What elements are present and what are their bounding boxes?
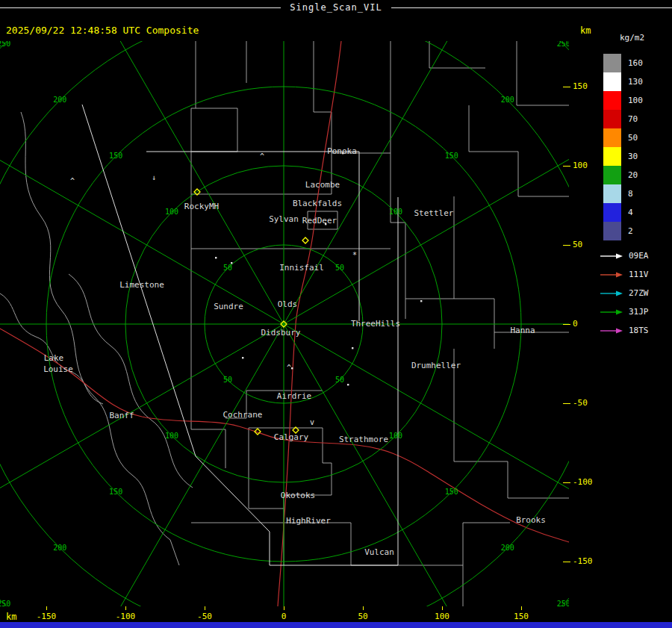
range-label: 250 — [0, 41, 10, 48]
county-boundary — [429, 41, 485, 68]
colorbar-swatch — [603, 166, 621, 184]
city-label: Didsbury — [261, 328, 301, 338]
county-boundary — [469, 105, 569, 196]
radar-app-window: Single_Scan_VIL 2025/09/22 12:48:58 UTC … — [0, 0, 672, 628]
city-label: Stettler — [414, 208, 454, 218]
city-label: Vulcan — [364, 547, 394, 557]
colorbar-value: 30 — [628, 152, 638, 161]
bottom-taskbar[interactable] — [0, 622, 672, 628]
range-label: 150 — [109, 152, 122, 160]
site-legend-row: 27ZW — [599, 284, 649, 302]
bottom-axis-tick — [442, 606, 443, 610]
range-label: 100 — [165, 432, 178, 440]
colorbar-value: 20 — [628, 170, 638, 180]
bottom-axis-label: 100 — [426, 612, 458, 621]
city-label: Banff — [109, 411, 134, 420]
range-label: 200 — [501, 544, 514, 552]
town-dot-icon — [352, 347, 353, 349]
city-label: Sylvan — [269, 214, 299, 224]
bottom-axis-tick — [363, 606, 364, 610]
county-boundary — [314, 41, 332, 153]
bottom-axis-label: -50 — [188, 612, 221, 621]
city-label: RockyMH — [184, 202, 219, 211]
bottom-axis-label: 0 — [267, 612, 300, 621]
bottom-axis-label: -150 — [30, 612, 63, 621]
map-glyph-icon: v — [310, 418, 314, 426]
site-legend-row: 09EA — [599, 246, 649, 265]
colorbar-entry: 4 — [603, 203, 643, 222]
right-axis-label: 0 — [573, 319, 578, 329]
county-boundary — [69, 274, 193, 488]
bottom-axis-tick — [205, 606, 205, 610]
site-arrow-icon — [599, 289, 624, 298]
range-label: 100 — [389, 208, 402, 216]
scan-timestamp: 2025/09/22 12:48:58 UTC Composite — [6, 25, 199, 36]
city-label: Sundre — [214, 302, 243, 311]
colorbar-swatch — [603, 203, 621, 222]
city-label: Cochrane — [223, 410, 263, 420]
colorbar-value: 2 — [628, 226, 633, 236]
city-label: Ponoka — [327, 146, 357, 156]
range-label: 200 — [53, 96, 66, 104]
city-label: Limestone — [119, 280, 164, 290]
colorbar-swatch — [603, 128, 621, 147]
county-boundary — [191, 41, 196, 319]
colorbar-swatch — [603, 184, 621, 203]
colorbar-unit: kg/m2 — [620, 33, 644, 43]
range-label: 50 — [335, 264, 344, 272]
colorbar-entry: 2 — [603, 222, 643, 240]
right-axis-label: -50 — [573, 398, 588, 408]
colorbar-value: 160 — [628, 58, 643, 68]
county-boundary — [0, 293, 103, 404]
bottom-axis-tick — [284, 606, 284, 610]
range-label: 250 — [0, 600, 10, 606]
colorbar-value: 70 — [628, 114, 638, 124]
site-arrow-icon — [599, 252, 624, 261]
site-id-label: 111V — [629, 270, 649, 279]
colorbar-entry: 70 — [603, 110, 643, 128]
bottom-axis-label: 50 — [346, 612, 379, 621]
county-boundary — [191, 319, 225, 468]
colorbar-value: 50 — [628, 133, 638, 143]
colorbar-value: 100 — [628, 96, 643, 105]
site-arrow-icon — [599, 326, 624, 335]
city-label: Drumheller — [411, 361, 461, 370]
colorbar-entry: 20 — [603, 166, 643, 184]
map-glyph-icon: ^ — [287, 364, 291, 372]
city-label: Strathmore — [339, 435, 388, 444]
radar-sites-legend: 09EA111V27ZW31JP18TS — [599, 246, 649, 340]
county-boundary — [191, 108, 237, 152]
right-axis-tick — [563, 324, 570, 325]
right-axis-label: 50 — [573, 240, 582, 249]
range-label: 100 — [389, 432, 402, 440]
county-boundary — [191, 523, 510, 565]
site-arrow-icon — [599, 270, 624, 279]
scan-outline-layer — [82, 105, 398, 565]
right-axis: 150100500-50-100-150 — [561, 41, 597, 606]
site-id-label: 18TS — [629, 326, 649, 335]
right-axis-tick — [563, 166, 570, 167]
city-label: Innisfail — [279, 263, 324, 273]
right-axis-tick — [563, 562, 570, 562]
city-label: RedDeer — [302, 216, 337, 226]
right-axis-tick — [563, 245, 570, 246]
bottom-axis-label: -100 — [109, 612, 142, 621]
town-dot-icon — [242, 357, 243, 358]
city-label: HighRiver — [286, 516, 331, 526]
colorbar-swatch — [603, 72, 621, 91]
scan-outline — [270, 197, 398, 565]
colorbar-value: 4 — [628, 208, 633, 217]
radar-map[interactable]: 5050505010010010010015015015015020020020… — [0, 41, 569, 606]
title-rule-right — [391, 7, 672, 8]
range-label: 50 — [223, 264, 232, 272]
bottom-axis-label: 150 — [505, 612, 538, 621]
colorbar: 16013010070503020842 — [603, 54, 643, 240]
right-axis-label: 100 — [573, 161, 588, 170]
range-ring-layer — [0, 41, 569, 606]
colorbar-swatch — [603, 147, 621, 166]
title-rule-left — [0, 7, 281, 8]
range-label: 50 — [223, 376, 232, 384]
site-legend-row: 18TS — [599, 321, 649, 340]
county-boundary — [332, 153, 391, 194]
right-axis-label: -100 — [573, 477, 593, 487]
